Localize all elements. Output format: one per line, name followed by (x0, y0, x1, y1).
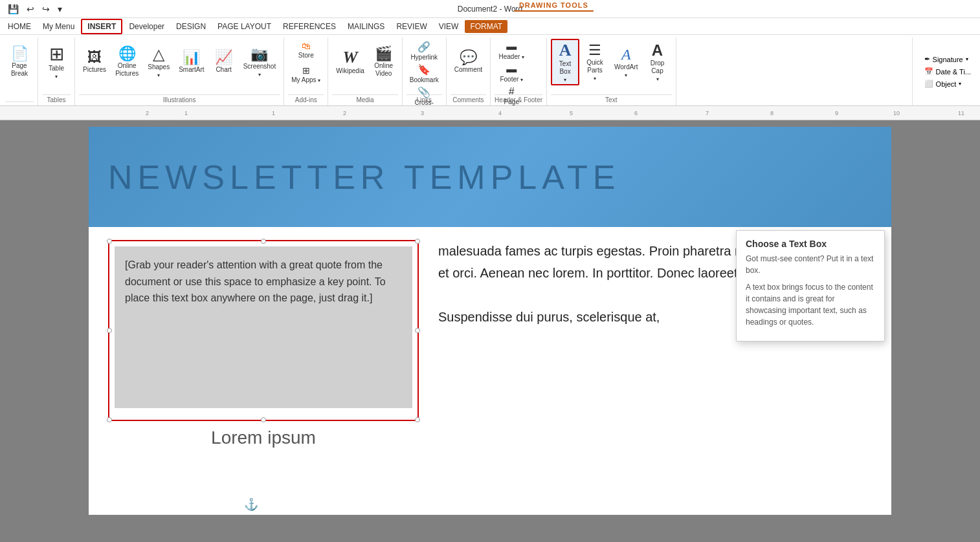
title-bar: 💾 ↩ ↪ ▾ Document2 - Word DRAWING TOOLS (0, 0, 980, 18)
resize-handle-bl[interactable] (107, 417, 112, 422)
text-box-icon: A (559, 42, 572, 59)
online-pictures-icon: 🌐 (118, 47, 136, 61)
menu-mailings[interactable]: MAILINGS (342, 20, 390, 33)
page-break-button[interactable]: 📄 PageBreak (5, 39, 34, 85)
store-icon: 🛍 (302, 41, 311, 51)
save-icon[interactable]: 💾 (5, 3, 21, 16)
page-break-icon: 📄 (11, 47, 28, 61)
footer-button[interactable]: ▬ Footer ▾ (495, 61, 528, 83)
menu-design[interactable]: DESIGN (171, 20, 211, 33)
resize-handle-tr[interactable] (415, 239, 420, 244)
textbox-content[interactable]: [Grab your reader's attention with a gre… (125, 257, 402, 307)
comment-button[interactable]: 💬 Comment (451, 39, 486, 85)
ribbon-group-pages: 📄 PageBreak (1, 38, 38, 105)
quick-parts-button[interactable]: ☰ QuickParts ▾ (581, 39, 609, 85)
resize-handle-tm[interactable] (261, 239, 266, 244)
textbox-tooltip: Choose a Text Box Got must-see content? … (736, 230, 885, 341)
datetime-button[interactable]: 📅 Date & Ti... (920, 66, 975, 77)
menu-references[interactable]: REFERENCES (278, 20, 341, 33)
shapes-icon: △ (153, 47, 164, 62)
selected-textbox[interactable]: [Grab your reader's attention with a gre… (108, 240, 419, 421)
wikipedia-button[interactable]: W Wikipedia (332, 39, 368, 85)
table-button[interactable]: ⊞ Table ▾ (42, 39, 71, 85)
text-buttons: A TextBox ▾ ☰ QuickParts ▾ A WordArt ▾ A… (551, 38, 672, 94)
bookmark-icon: 🔖 (418, 63, 430, 76)
quick-parts-icon: ☰ (588, 43, 601, 58)
menu-pagelayout[interactable]: PAGE LAYOUT (212, 20, 276, 33)
media-buttons: W Wikipedia 🎬 OnlineVideo (332, 38, 397, 94)
comments-buttons: 💬 Comment (451, 38, 486, 94)
wordart-icon: A (621, 47, 631, 62)
resize-handle-mr[interactable] (415, 328, 420, 333)
chart-button[interactable]: 📈 Chart (210, 39, 238, 85)
myapps-button[interactable]: ⊞ My Apps ▾ (288, 63, 324, 85)
hyperlink-icon: 🔗 (418, 41, 430, 53)
headerfooter-label: Header & Footer (495, 94, 542, 105)
anchor-icon: ⚓ (244, 497, 258, 512)
online-video-button[interactable]: 🎬 OnlineVideo (370, 39, 398, 85)
drop-cap-icon: A (652, 43, 663, 58)
undo-icon[interactable]: ↩ (24, 3, 37, 16)
text-box-button[interactable]: A TextBox ▾ (551, 39, 579, 85)
comment-icon: 💬 (460, 50, 477, 65)
customize-icon[interactable]: ▾ (55, 3, 65, 16)
drawing-tools-label: DRAWING TOOLS (514, 0, 594, 12)
screenshot-button[interactable]: 📷 Screenshot ▾ (239, 39, 280, 85)
hyperlink-button[interactable]: 🔗 Hyperlink (406, 39, 442, 61)
headerfooter-buttons: ▬ Header ▾ ▬ Footer ▾ # PageNumber ▾ (495, 38, 542, 94)
ribbon-group-tables: ⊞ Table ▾ Tables (38, 38, 75, 105)
menu-mymenu[interactable]: My Menu (38, 20, 80, 33)
object-button[interactable]: ⬜ Object ▾ (920, 78, 975, 89)
signature-icon: ✒ (924, 55, 930, 63)
media-label: Media (332, 94, 397, 105)
bookmark-button[interactable]: 🔖 Bookmark (406, 61, 442, 83)
tables-buttons: ⊞ Table ▾ (42, 38, 71, 94)
screenshot-icon: 📷 (251, 47, 268, 61)
header-button[interactable]: ▬ Header ▾ (495, 39, 528, 61)
store-button[interactable]: 🛍 Store (288, 39, 324, 61)
smartart-icon: 📊 (183, 50, 200, 65)
links-buttons: 🔗 Hyperlink 🔖 Bookmark 📎 Cross-reference (406, 38, 442, 94)
menu-home[interactable]: HOME (3, 20, 36, 33)
pages-buttons: 📄 PageBreak (5, 38, 34, 102)
online-pictures-button[interactable]: 🌐 OnlinePictures (111, 39, 142, 85)
ribbon: 📄 PageBreak ⊞ Table ▾ Tables 🖼 Pictures … (0, 35, 980, 106)
shapes-button[interactable]: △ Shapes ▾ (144, 39, 173, 85)
menu-format[interactable]: FORMAT (465, 20, 507, 33)
ribbon-group-comments: 💬 Comment Comments (447, 38, 491, 105)
textbox-inner: [Grab your reader's attention with a gre… (115, 246, 412, 408)
smartart-button[interactable]: 📊 SmartArt (175, 39, 208, 85)
drop-cap-button[interactable]: A DropCap ▾ (643, 39, 672, 85)
wordart-button[interactable]: A WordArt ▾ (610, 39, 642, 85)
footer-icon: ▬ (506, 63, 517, 75)
menu-view[interactable]: VIEW (434, 20, 464, 33)
pictures-button[interactable]: 🖼 Pictures (79, 39, 110, 85)
menu-review[interactable]: REVIEW (391, 20, 432, 33)
page-wrapper: NEWSLETTER TEMPLATE (89, 127, 891, 536)
menu-insert[interactable]: INSERT (81, 19, 122, 34)
redo-icon[interactable]: ↪ (39, 3, 52, 16)
resize-handle-ml[interactable] (107, 328, 112, 333)
illustrations-buttons: 🖼 Pictures 🌐 OnlinePictures △ Shapes ▾ 📊… (79, 38, 280, 94)
illustrations-label: Illustrations (79, 94, 280, 105)
resize-handle-tl[interactable] (107, 239, 112, 244)
tooltip-line2: A text box brings focus to the content i… (746, 281, 875, 328)
tooltip-title: Choose a Text Box (746, 239, 875, 249)
signature-button[interactable]: ✒ Signature ▾ (920, 54, 975, 65)
ribbon-group-addins: 🛍 Store ⊞ My Apps ▾ Add-ins (284, 38, 328, 105)
lorem-caption: Lorem ipsum (108, 421, 419, 455)
menu-developer[interactable]: Developer (124, 20, 170, 33)
addins-buttons: 🛍 Store ⊞ My Apps ▾ (288, 38, 324, 94)
left-column: [Grab your reader's attention with a gre… (108, 240, 419, 455)
myapps-icon: ⊞ (302, 65, 310, 76)
resize-handle-bm[interactable] (261, 417, 266, 422)
pages-label (5, 102, 34, 105)
ribbon-group-text: A TextBox ▾ ☰ QuickParts ▾ A WordArt ▾ A… (547, 38, 676, 105)
tooltip-line1: Got must-see content? Put it in a text b… (746, 253, 875, 276)
table-icon: ⊞ (49, 45, 64, 63)
quick-access-toolbar[interactable]: 💾 ↩ ↪ ▾ (0, 0, 65, 18)
addins-label: Add-ins (288, 94, 324, 105)
object-icon: ⬜ (924, 80, 933, 88)
wikipedia-icon: W (342, 49, 357, 66)
resize-handle-br[interactable] (415, 417, 420, 422)
